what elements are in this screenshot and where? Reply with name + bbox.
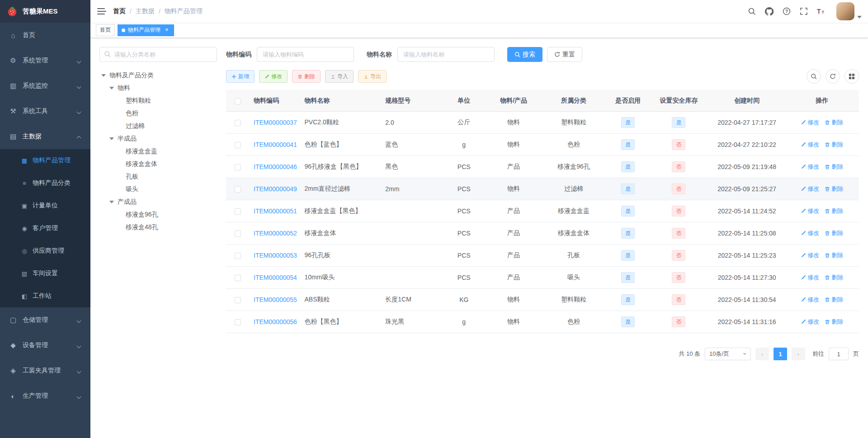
next-page-button[interactable]: › <box>792 348 805 360</box>
row-delete-link[interactable]: 删除 <box>825 251 843 259</box>
row-checkbox[interactable] <box>235 297 241 303</box>
sidebar-item-equipment-management[interactable]: ◆设备管理 <box>0 333 90 358</box>
add-button[interactable]: 新增 <box>226 70 255 83</box>
view-tab[interactable]: 物料产品管理× <box>118 24 174 36</box>
row-edit-link[interactable]: 修改 <box>801 229 819 237</box>
tree-expand-icon[interactable] <box>109 87 114 89</box>
sidebar-item-customer-management[interactable]: ◉客户管理 <box>0 217 90 240</box>
tree-node[interactable]: 移液盒盒体 <box>99 158 217 170</box>
user-avatar[interactable] <box>836 2 854 20</box>
row-checkbox[interactable] <box>235 319 241 325</box>
row-delete-link[interactable]: 删除 <box>825 229 843 237</box>
fullscreen-icon[interactable] <box>800 7 808 15</box>
material-code-link[interactable]: ITEM00000052 <box>254 230 297 237</box>
row-checkbox[interactable] <box>235 164 241 170</box>
sidebar-item-material-product-management[interactable]: ▦物料产品管理 <box>0 149 90 172</box>
row-edit-link[interactable]: 修改 <box>801 141 819 149</box>
tree-expand-icon[interactable] <box>109 137 114 140</box>
tree-node[interactable]: 孔板 <box>99 170 217 183</box>
material-code-link[interactable]: ITEM00000053 <box>254 252 297 259</box>
reset-button[interactable]: 重置 <box>547 47 582 62</box>
edit-button[interactable]: 修改 <box>259 70 288 83</box>
sidebar-item-workshop-settings[interactable]: ▧车间设置 <box>0 262 90 285</box>
material-code-input[interactable] <box>257 47 354 62</box>
goto-page-input[interactable] <box>829 348 849 360</box>
tree-node[interactable]: 移液盒48孔 <box>99 221 217 234</box>
row-edit-link[interactable]: 修改 <box>801 251 819 259</box>
export-button[interactable]: 导出 <box>358 70 387 83</box>
search-button[interactable]: 搜索 <box>507 47 542 62</box>
help-icon[interactable]: ? <box>783 7 791 15</box>
material-code-link[interactable]: ITEM00000056 <box>254 318 297 325</box>
row-delete-link[interactable]: 删除 <box>825 141 843 149</box>
sidebar-item-workstation[interactable]: ◧工作站 <box>0 285 90 307</box>
row-edit-link[interactable]: 修改 <box>801 207 819 215</box>
sidebar-item-system-management[interactable]: ⚙系统管理 <box>0 48 90 73</box>
delete-button[interactable]: 删除 <box>292 70 321 83</box>
material-code-link[interactable]: ITEM00000041 <box>254 141 297 148</box>
material-code-link[interactable]: ITEM00000055 <box>254 296 297 303</box>
row-delete-link[interactable]: 删除 <box>825 296 843 304</box>
hamburger-icon[interactable] <box>90 0 113 23</box>
tree-node[interactable]: 色粉 <box>99 107 217 120</box>
row-delete-link[interactable]: 删除 <box>825 318 843 326</box>
material-code-link[interactable]: ITEM00000037 <box>254 119 297 126</box>
tree-node[interactable]: 物料及产品分类 <box>99 69 217 82</box>
material-code-link[interactable]: ITEM00000049 <box>254 185 297 193</box>
sidebar-item-master-data[interactable]: ▤主数据 <box>0 124 90 149</box>
import-button[interactable]: 导入 <box>325 70 354 83</box>
breadcrumb-item[interactable]: 首页 <box>113 7 126 15</box>
row-edit-link[interactable]: 修改 <box>801 318 819 326</box>
row-edit-link[interactable]: 修改 <box>801 273 819 282</box>
sidebar-item-production-management[interactable]: ◐生产管理 <box>0 383 90 409</box>
sidebar-item-material-product-category[interactable]: ≡物料产品分类 <box>0 172 90 194</box>
tree-node[interactable]: 吸头 <box>99 183 217 196</box>
sidebar-item-system-monitor[interactable]: ▥系统监控 <box>0 73 90 99</box>
material-name-input[interactable] <box>397 47 495 62</box>
column-settings-button[interactable] <box>844 69 859 84</box>
app-logo[interactable]: 苦糖果MES <box>0 0 90 23</box>
tree-node[interactable]: 产成品 <box>99 196 217 208</box>
sidebar-item-fixture-management[interactable]: ◈工装夹具管理 <box>0 358 90 383</box>
tree-node[interactable]: 移液盒96孔 <box>99 208 217 221</box>
material-code-link[interactable]: ITEM00000046 <box>254 163 297 170</box>
row-checkbox[interactable] <box>235 231 241 237</box>
sidebar-item-home[interactable]: ⌂首页 <box>0 23 90 48</box>
sidebar-item-warehouse-management[interactable]: ▢仓储管理 <box>0 307 90 333</box>
row-edit-link[interactable]: 修改 <box>801 163 819 171</box>
tree-node[interactable]: 物料 <box>99 82 217 94</box>
breadcrumb-item[interactable]: 主数据 <box>136 7 155 15</box>
row-edit-link[interactable]: 修改 <box>801 185 819 193</box>
search-icon[interactable] <box>748 7 756 15</box>
tree-node[interactable]: 过滤棉 <box>99 120 217 132</box>
row-checkbox[interactable] <box>235 275 241 281</box>
sidebar-item-system-tools[interactable]: ⚒系统工具 <box>0 99 90 124</box>
github-icon[interactable] <box>765 7 774 16</box>
row-checkbox[interactable] <box>235 120 241 126</box>
user-menu[interactable] <box>836 2 862 20</box>
row-checkbox[interactable] <box>235 208 241 215</box>
prev-page-button[interactable]: ‹ <box>755 348 769 360</box>
sidebar-item-supplier-management[interactable]: ◎供应商管理 <box>0 240 90 262</box>
tree-expand-icon[interactable] <box>101 74 106 77</box>
row-checkbox[interactable] <box>235 253 241 259</box>
tree-node[interactable]: 塑料颗粒 <box>99 94 217 107</box>
row-delete-link[interactable]: 删除 <box>825 163 843 171</box>
material-code-link[interactable]: ITEM00000054 <box>254 274 297 281</box>
sidebar-item-measurement-unit[interactable]: ▣计量单位 <box>0 194 90 217</box>
row-checkbox[interactable] <box>235 142 241 148</box>
refresh-table-button[interactable] <box>826 69 840 84</box>
close-tab-icon[interactable]: × <box>163 27 170 33</box>
row-checkbox[interactable] <box>235 186 241 193</box>
toggle-search-button[interactable] <box>807 69 821 84</box>
tree-node[interactable]: 半成品 <box>99 132 217 145</box>
material-code-link[interactable]: ITEM00000051 <box>254 207 297 215</box>
font-size-icon[interactable]: TT <box>817 7 826 15</box>
row-edit-link[interactable]: 修改 <box>801 118 819 127</box>
row-delete-link[interactable]: 删除 <box>825 207 843 215</box>
row-edit-link[interactable]: 修改 <box>801 296 819 304</box>
row-delete-link[interactable]: 删除 <box>825 118 843 127</box>
tree-node[interactable]: 移液盒盒盖 <box>99 145 217 158</box>
tree-expand-icon[interactable] <box>109 201 114 203</box>
page-size-select[interactable]: 10条/页 <box>705 348 751 360</box>
